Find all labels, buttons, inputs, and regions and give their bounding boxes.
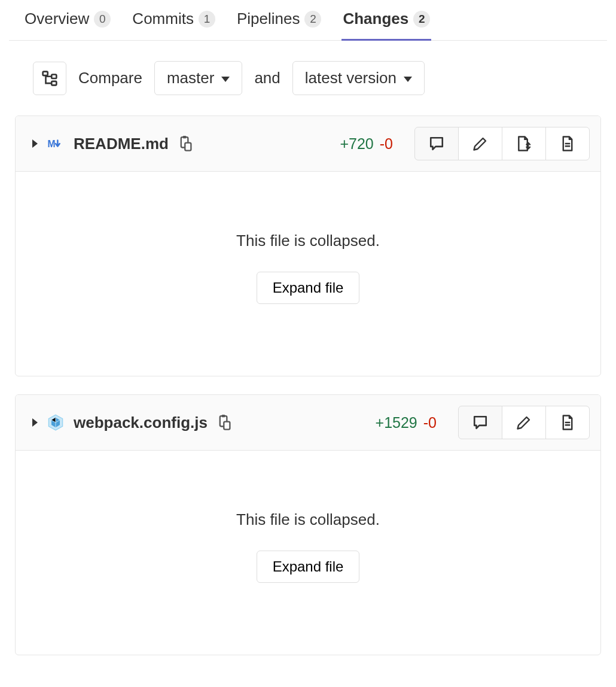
copy-path-button[interactable] xyxy=(178,136,193,151)
chevron-down-icon xyxy=(404,77,412,82)
svg-rect-1 xyxy=(51,74,56,78)
additions: +720 xyxy=(340,135,373,153)
file-icon xyxy=(560,136,575,151)
collapsed-message: This file is collapsed. xyxy=(236,510,380,529)
comment-icon xyxy=(472,415,488,430)
svg-rect-9 xyxy=(224,422,230,430)
tab-pipelines[interactable]: Pipelines 2 xyxy=(236,10,323,40)
additions: +1529 xyxy=(376,414,417,431)
view-file-button[interactable] xyxy=(545,127,590,160)
tab-badge: 2 xyxy=(304,11,321,28)
tab-label: Commits xyxy=(132,10,194,28)
tab-label: Overview xyxy=(25,10,89,28)
file-panel: webpack.config.js +1529 -0 xyxy=(15,394,601,655)
markdown-icon: M xyxy=(47,135,64,152)
webpack-icon xyxy=(47,414,64,431)
file-tree-icon xyxy=(42,71,57,86)
svg-rect-0 xyxy=(43,71,48,75)
expand-chevron-icon[interactable] xyxy=(32,418,38,427)
tabs: Overview 0 Commits 1 Pipelines 2 Changes… xyxy=(9,0,607,41)
svg-rect-5 xyxy=(183,136,187,138)
compare-bar: Compare master and latest version xyxy=(9,41,607,115)
tab-changes[interactable]: Changes 2 xyxy=(341,10,431,40)
expand-file-button[interactable]: Expand file xyxy=(257,551,360,583)
deletions: -0 xyxy=(423,414,437,431)
svg-rect-8 xyxy=(222,415,225,417)
collapsed-message: This file is collapsed. xyxy=(236,232,380,250)
diff-stats: +1529 -0 xyxy=(376,414,437,431)
edit-button[interactable] xyxy=(502,406,546,439)
copy-path-button[interactable] xyxy=(217,415,231,430)
svg-text:M: M xyxy=(48,139,56,149)
file-body: This file is collapsed. Expand file xyxy=(16,172,600,376)
compare-and: and xyxy=(254,69,280,87)
file-name: README.md xyxy=(74,135,169,153)
tab-badge: 2 xyxy=(413,11,430,28)
compare-file-button[interactable] xyxy=(502,127,546,160)
expand-file-button[interactable]: Expand file xyxy=(257,272,360,304)
tab-commits[interactable]: Commits 1 xyxy=(131,10,216,40)
file-tree-toggle[interactable] xyxy=(33,62,66,95)
file-body: This file is collapsed. Expand file xyxy=(16,451,600,655)
tab-badge: 1 xyxy=(199,11,215,28)
file-actions xyxy=(458,406,590,439)
expand-chevron-icon[interactable] xyxy=(32,139,38,148)
svg-rect-2 xyxy=(51,81,56,85)
file-header: webpack.config.js +1529 -0 xyxy=(16,395,600,451)
tab-label: Changes xyxy=(343,10,408,28)
deletions: -0 xyxy=(380,135,393,153)
pencil-icon xyxy=(517,415,531,430)
svg-rect-6 xyxy=(185,143,191,151)
file-panel: M README.md +720 -0 xyxy=(15,115,601,376)
chevron-down-icon xyxy=(221,77,230,82)
comment-button[interactable] xyxy=(458,406,502,439)
file-actions xyxy=(414,127,590,160)
diff-stats: +720 -0 xyxy=(340,135,393,153)
comment-button[interactable] xyxy=(414,127,459,160)
file-name: webpack.config.js xyxy=(74,414,208,432)
compare-target-dropdown[interactable]: latest version xyxy=(292,61,425,95)
file-header: M README.md +720 -0 xyxy=(16,116,600,172)
view-file-button[interactable] xyxy=(545,406,590,439)
compare-base-dropdown[interactable]: master xyxy=(154,61,242,95)
pencil-icon xyxy=(473,136,487,151)
tab-overview[interactable]: Overview 0 xyxy=(23,10,112,40)
edit-button[interactable] xyxy=(458,127,502,160)
tab-badge: 0 xyxy=(94,11,111,28)
compare-target-value: latest version xyxy=(305,69,397,87)
comment-icon xyxy=(429,136,444,151)
file-icon xyxy=(560,415,575,430)
compare-label: Compare xyxy=(78,69,142,87)
compare-file-icon xyxy=(516,136,532,151)
tab-label: Pipelines xyxy=(237,10,300,28)
compare-base-value: master xyxy=(167,69,214,87)
